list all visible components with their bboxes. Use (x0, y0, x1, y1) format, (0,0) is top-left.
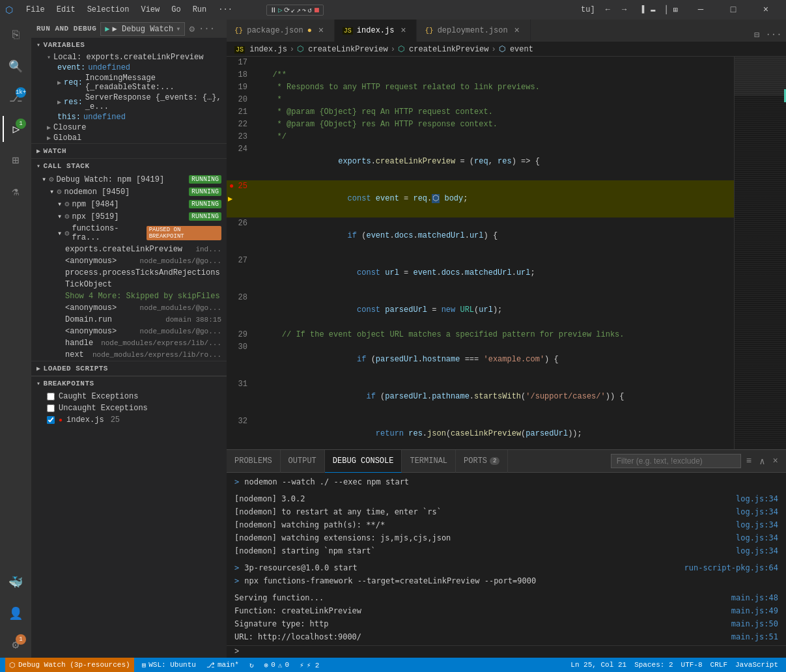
status-wsl[interactable]: ⊞ WSL: Ubuntu (139, 661, 199, 669)
console-link-9[interactable]: main.js:48 (731, 592, 778, 604)
cs-item-createlink[interactable]: exports.createLinkPreview ind... (31, 244, 227, 255)
skipped-files-link[interactable]: Show 4 More: Skipped by skipFiles (31, 290, 227, 302)
activity-debug[interactable]: ▷ 1 (3, 116, 29, 142)
layout-grid[interactable]: ⊞ (671, 4, 681, 16)
bp-indexjs-item[interactable]: ● index.js 25 (31, 414, 227, 426)
tab-package-json[interactable]: {} package.json ● × (227, 20, 335, 42)
activity-extensions[interactable]: ⊞ (3, 147, 29, 173)
layout-sidebar-toggle[interactable]: ▐ (637, 4, 647, 16)
debug-ctrl-3[interactable]: ⟳ (284, 6, 290, 14)
activity-docker[interactable]: 🐳 (3, 569, 29, 595)
tab-indexjs[interactable]: JS index.js × (335, 20, 417, 42)
cs-item-processticks[interactable]: process.processTicksAndRejections (31, 267, 227, 279)
maximize-button[interactable]: □ (718, 0, 748, 20)
global-scope[interactable]: ▶ Global (31, 133, 227, 143)
status-branch[interactable]: ⎇ main* (204, 661, 242, 669)
cs-item-debug-watch[interactable]: ▾ ⚙ Debug Watch: npm [9419] RUNNING (31, 173, 227, 186)
variables-header[interactable]: ▾ VARIABLES (31, 38, 227, 52)
activity-source-control[interactable]: ⎇ 1k+ (3, 85, 29, 111)
panel-tab-ports[interactable]: PORTS 2 (456, 450, 508, 473)
tab-close-package[interactable]: × (316, 25, 326, 36)
loaded-scripts-header[interactable]: ▶ LOADED SCRIPTS (31, 361, 227, 376)
debug-ctrl-7[interactable]: ↺ (307, 6, 312, 14)
menu-view[interactable]: View (135, 4, 165, 16)
panel-tab-terminal[interactable]: TERMINAL (402, 450, 456, 473)
debug-ctrl-4[interactable]: ↙ (291, 6, 296, 14)
tab-deployment-json[interactable]: {} deployment.json × (417, 20, 530, 42)
panel-collapse-icon[interactable]: ∧ (757, 455, 767, 468)
cs-item-nodemon[interactable]: ▾ ⚙ nodemon [9450] RUNNING (31, 186, 227, 198)
menu-more[interactable]: ··· (213, 4, 238, 16)
menu-selection[interactable]: Selection (82, 4, 135, 16)
cs-item-tickobject[interactable]: TickObject (31, 279, 227, 290)
panel-tab-output[interactable]: OUTPUT (281, 450, 325, 473)
cs-item-anon1[interactable]: <anonymous> node_modules/@go... (31, 255, 227, 267)
caught-exceptions-checkbox[interactable] (47, 393, 55, 400)
bc-event[interactable]: ⬡ event (499, 44, 533, 54)
menu-edit[interactable]: Edit (51, 4, 81, 16)
call-stack-header[interactable]: ▾ CALL STACK (31, 159, 227, 173)
status-line-ending[interactable]: CRLF (708, 661, 730, 669)
menu-go[interactable]: Go (166, 4, 186, 16)
titlebar-back[interactable]: ← (600, 4, 615, 16)
bc-file[interactable]: JS index.js (234, 45, 287, 54)
var-this[interactable]: this: undefined (31, 112, 227, 122)
status-errors[interactable]: ⊗ 0 ⚠ 0 (262, 661, 292, 669)
tab-close-deployment[interactable]: × (512, 25, 522, 36)
cs-item-anon2[interactable]: <anonymous> node_modules/@go... (31, 302, 227, 314)
var-req[interactable]: ▶ req: IncomingMessage {_readableState:.… (31, 73, 227, 92)
console-link-6[interactable]: log.js:34 (736, 545, 778, 557)
console-input[interactable] (242, 647, 778, 656)
caught-exceptions-item[interactable]: Caught Exceptions (31, 391, 227, 402)
bc-func2[interactable]: ⬡ createLinkPreview (398, 44, 489, 54)
uncaught-exceptions-checkbox[interactable] (47, 404, 55, 412)
cs-item-handle[interactable]: handle node_modules/express/lib/... (31, 337, 227, 349)
panel-list-icon[interactable]: ≡ (744, 455, 754, 468)
status-language[interactable]: JavaScript (733, 661, 781, 669)
watch-header[interactable]: ▶ WATCH (31, 144, 227, 158)
status-spaces[interactable]: Spaces: 2 (632, 661, 675, 669)
status-remote[interactable]: ⚡ ⚡ 2 (297, 661, 322, 669)
cs-item-npx[interactable]: ▾ ⚙ npx [9519] RUNNING (31, 210, 227, 223)
console-link-11[interactable]: main.js:50 (731, 618, 778, 630)
menu-run[interactable]: Run (188, 4, 212, 16)
closure-scope[interactable]: ▶ Closure (31, 122, 227, 133)
menu-file[interactable]: File (21, 4, 50, 16)
activity-settings[interactable]: ⚙ 1 (3, 632, 29, 658)
var-event[interactable]: event: undefined (31, 63, 227, 73)
titlebar-forward[interactable]: → (617, 4, 632, 16)
status-cursor[interactable]: Ln 25, Col 21 (568, 661, 629, 669)
var-res[interactable]: ▶ res: ServerResponse {_events: {…}, _e.… (31, 92, 227, 112)
breakpoints-header[interactable]: ▾ BREAKPOINTS (31, 376, 227, 391)
more-icon[interactable]: ··· (199, 23, 215, 34)
activity-explorer[interactable]: ⎘ (3, 22, 29, 48)
code-editor[interactable]: 17 18 /** 19 * Responds to any HTTP requ… (227, 57, 734, 449)
activity-account[interactable]: 👤 (3, 600, 29, 626)
minimize-button[interactable]: ─ (686, 0, 716, 20)
close-button[interactable]: × (751, 0, 781, 20)
status-encoding[interactable]: UTF-8 (679, 661, 705, 669)
debug-ctrl-8[interactable]: ⏹ (313, 6, 320, 14)
console-link-4[interactable]: log.js:34 (736, 519, 778, 531)
tab-close-indexjs[interactable]: × (398, 25, 408, 36)
status-sync[interactable]: ↻ (247, 661, 257, 669)
console-link-7[interactable]: run-script-pkg.js:64 (684, 562, 779, 574)
layout-panel-right[interactable]: ▕ (660, 4, 669, 16)
local-scope[interactable]: ▾ Local: exports.createLinkPreview (31, 52, 227, 63)
bc-func1[interactable]: ⬡ createLinkPreview (297, 44, 388, 54)
console-link-12[interactable]: main.js:51 (731, 631, 778, 643)
activity-testing[interactable]: ⚗ (3, 178, 29, 204)
split-editor-icon[interactable]: ⊟ (750, 27, 764, 42)
panel-close-icon[interactable]: × (770, 455, 781, 468)
panel-tab-problems[interactable]: PROBLEMS (227, 450, 281, 473)
cs-item-anon3[interactable]: <anonymous> node_modules/@go... (31, 326, 227, 337)
layout-panel-toggle[interactable]: ▬ (648, 4, 658, 16)
console-link-5[interactable]: log.js:34 (736, 532, 778, 544)
console-link-3[interactable]: log.js:34 (736, 506, 778, 518)
uncaught-exceptions-item[interactable]: Uncaught Exceptions (31, 402, 227, 414)
bp-indexjs-checkbox[interactable] (47, 416, 55, 424)
console-link-2[interactable]: log.js:34 (736, 493, 778, 505)
debug-config-select[interactable]: ▶ ▶ Debug Watch ▾ (100, 22, 185, 36)
debug-ctrl-6[interactable]: ↷ (302, 6, 307, 14)
console-link-10[interactable]: main.js:49 (731, 605, 778, 617)
